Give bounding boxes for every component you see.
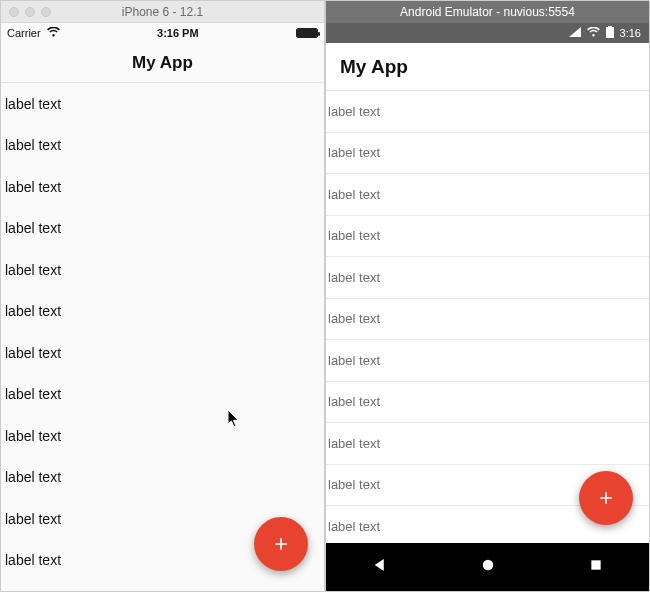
plus-icon xyxy=(271,534,291,554)
list-item[interactable]: label text xyxy=(326,423,649,465)
ios-window-titlebar: iPhone 6 - 12.1 xyxy=(1,1,324,23)
ios-window-title: iPhone 6 - 12.1 xyxy=(1,5,324,19)
list-item[interactable]: label text xyxy=(1,83,324,125)
android-window-titlebar: Android Emulator - nuvious:5554 xyxy=(326,1,649,23)
plus-icon xyxy=(596,488,616,508)
clock-label: 3:16 xyxy=(620,27,641,39)
list-item-label: label text xyxy=(328,394,380,409)
list-item[interactable]: label text xyxy=(1,125,324,167)
list-item[interactable]: label text xyxy=(326,382,649,424)
list-item[interactable]: label text xyxy=(1,415,324,457)
battery-icon xyxy=(296,28,318,38)
list-item-label: label text xyxy=(328,145,380,160)
list-item[interactable]: label text xyxy=(326,133,649,175)
android-nav-bar xyxy=(326,543,649,591)
page-title: My App xyxy=(340,56,408,78)
list-item-label: label text xyxy=(328,519,380,534)
list-item-label: label text xyxy=(328,311,380,326)
list-item-label: label text xyxy=(328,353,380,368)
circle-home-icon xyxy=(479,556,497,574)
battery-icon xyxy=(606,26,614,40)
list-item[interactable]: label text xyxy=(326,299,649,341)
list-item[interactable]: label text xyxy=(326,257,649,299)
list-item-label: label text xyxy=(5,428,61,444)
list-item-label: label text xyxy=(5,386,61,402)
home-button[interactable] xyxy=(479,556,497,578)
android-status-bar: 3:16 xyxy=(326,23,649,43)
signal-icon xyxy=(569,27,581,39)
list-item[interactable]: label text xyxy=(326,216,649,258)
list-item-label: label text xyxy=(328,270,380,285)
recents-button[interactable] xyxy=(588,557,604,577)
page-title: My App xyxy=(132,53,193,73)
ios-list[interactable]: label textlabel textlabel textlabel text… xyxy=(1,83,324,591)
list-item[interactable]: label text xyxy=(1,581,324,591)
list-item[interactable]: label text xyxy=(326,91,649,133)
list-item-label: label text xyxy=(328,228,380,243)
svg-rect-1 xyxy=(591,560,600,569)
clock-label: 3:16 PM xyxy=(157,27,199,39)
list-item-label: label text xyxy=(328,477,380,492)
list-item[interactable]: label text xyxy=(326,340,649,382)
list-item-label: label text xyxy=(5,262,61,278)
list-item[interactable]: label text xyxy=(1,166,324,208)
ios-status-bar: Carrier 3:16 PM xyxy=(1,23,324,43)
list-item-label: label text xyxy=(5,303,61,319)
list-item-label: label text xyxy=(5,96,61,112)
list-item-label: label text xyxy=(5,220,61,236)
android-appbar: My App xyxy=(326,43,649,91)
list-item-label: label text xyxy=(5,345,61,361)
fab-add-button[interactable] xyxy=(579,471,633,525)
list-item[interactable]: label text xyxy=(326,174,649,216)
svg-point-0 xyxy=(483,560,494,571)
list-item[interactable]: label text xyxy=(1,208,324,250)
list-item[interactable]: label text xyxy=(1,457,324,499)
list-item[interactable]: label text xyxy=(1,374,324,416)
square-recents-icon xyxy=(588,557,604,573)
ios-navbar: My App xyxy=(1,43,324,83)
ios-simulator-window: iPhone 6 - 12.1 Carrier 3:16 PM My App l… xyxy=(0,0,325,592)
back-button[interactable] xyxy=(371,556,389,578)
list-item-label: label text xyxy=(5,137,61,153)
android-window-title: Android Emulator - nuvious:5554 xyxy=(400,5,575,19)
list-item-label: label text xyxy=(5,179,61,195)
list-item-label: label text xyxy=(328,104,380,119)
wifi-icon xyxy=(587,27,600,39)
list-item-label: label text xyxy=(5,511,61,527)
carrier-label: Carrier xyxy=(7,27,41,39)
list-item-label: label text xyxy=(5,469,61,485)
list-item-label: label text xyxy=(5,552,61,568)
triangle-back-icon xyxy=(371,556,389,574)
list-item-label: label text xyxy=(328,436,380,451)
list-item[interactable]: label text xyxy=(1,249,324,291)
wifi-icon xyxy=(47,26,60,40)
android-emulator-window: Android Emulator - nuvious:5554 3:16 My … xyxy=(325,0,650,592)
list-item-label: label text xyxy=(328,187,380,202)
list-item[interactable]: label text xyxy=(1,291,324,333)
fab-add-button[interactable] xyxy=(254,517,308,571)
list-item[interactable]: label text xyxy=(1,332,324,374)
